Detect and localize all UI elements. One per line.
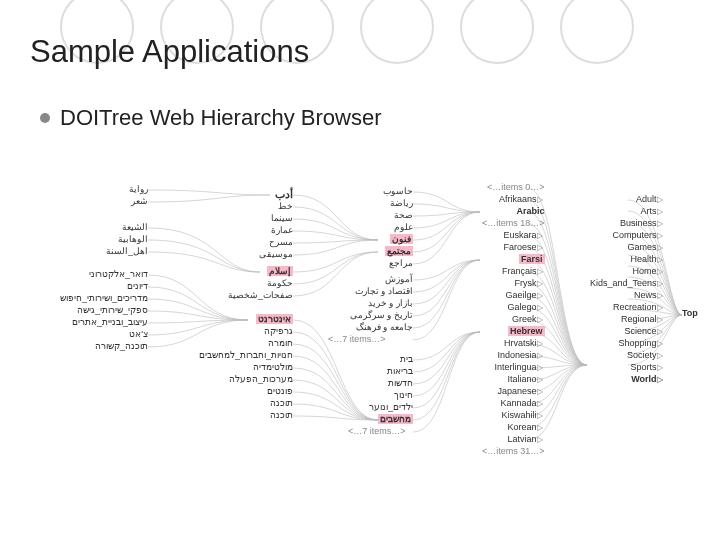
tree-node[interactable]: موسيقى bbox=[253, 249, 293, 260]
tree-node[interactable]: رياضة bbox=[358, 198, 413, 209]
tree-node[interactable]: اقتصاد و تجارت bbox=[328, 286, 413, 297]
decor-circle bbox=[560, 0, 634, 64]
tree-node[interactable]: رواية bbox=[108, 184, 148, 195]
tree-node[interactable]: ▷Sports bbox=[590, 362, 665, 373]
tree-node[interactable]: ילדים_ונוער bbox=[348, 402, 413, 413]
node-world[interactable]: ▷World bbox=[590, 374, 665, 385]
tree-node[interactable]: ▷Latvian bbox=[482, 434, 545, 445]
tree-node[interactable]: حكومة bbox=[223, 278, 293, 289]
page-title: Sample Applications bbox=[30, 34, 309, 70]
node-islam[interactable]: إسلام bbox=[267, 266, 293, 276]
tree-node[interactable]: ▷News bbox=[590, 290, 665, 301]
tree-node[interactable]: عمارة bbox=[253, 225, 293, 236]
tree-node[interactable]: ▷Society bbox=[590, 350, 665, 361]
tree-node[interactable]: בית bbox=[348, 354, 413, 365]
node-computers[interactable]: מחשבים bbox=[378, 414, 413, 424]
tree-node[interactable]: ▷Games bbox=[590, 242, 665, 253]
tree-node[interactable]: ▷Galego bbox=[482, 302, 545, 313]
node-society[interactable]: مجتمع bbox=[385, 246, 413, 256]
tree-node[interactable]: تاریخ و سرگرمی bbox=[328, 310, 413, 321]
tree-node[interactable]: صحة bbox=[358, 210, 413, 221]
tree-node[interactable]: ▷Shopping bbox=[590, 338, 665, 349]
node-root[interactable]: Top bbox=[682, 308, 698, 319]
tree-node[interactable]: علوم bbox=[358, 222, 413, 233]
more-items[interactable]: <…31 items…> bbox=[482, 446, 545, 457]
tree-node[interactable]: ▷Japanese bbox=[482, 386, 545, 397]
col-internet: דואר_אלקטרוני דיונים מדריכים_ושירותי_חיפ… bbox=[28, 269, 148, 352]
tree-node[interactable]: ▷Arts bbox=[590, 206, 665, 217]
tree-node[interactable]: ספקי_שירותי_גישה bbox=[28, 305, 148, 316]
tree-node[interactable]: ▷Euskara bbox=[482, 230, 545, 241]
tree-node[interactable]: اهل_السنة bbox=[96, 246, 148, 257]
tree-node[interactable]: ▷Business bbox=[590, 218, 665, 229]
tree-node[interactable]: גרפיקה bbox=[158, 326, 293, 337]
node-literature[interactable]: أدب bbox=[253, 189, 293, 200]
doitree-diagram: Top ▷Adult ▷Arts ▷Business ▷Computers ▷G… bbox=[28, 180, 708, 510]
tree-node[interactable]: ▷Home bbox=[590, 266, 665, 277]
tree-node[interactable]: ▷Adult bbox=[590, 194, 665, 205]
tree-node[interactable]: דואר_אלקטרוני bbox=[28, 269, 148, 280]
tree-node[interactable]: بازار و خرید bbox=[328, 298, 413, 309]
tree-node[interactable]: جامعه و فرهنگ bbox=[328, 322, 413, 333]
tree-node[interactable]: ▷Regional bbox=[590, 314, 665, 325]
more-items[interactable]: <…7 items…> bbox=[328, 334, 413, 345]
tree-node[interactable]: מולטימדיה bbox=[158, 362, 293, 373]
tree-node[interactable]: ▷Afrikaans bbox=[482, 194, 545, 205]
tree-node[interactable]: سينما bbox=[253, 213, 293, 224]
tree-node[interactable]: תוכנה_קשורה bbox=[28, 341, 148, 352]
tree-node[interactable]: مسرح bbox=[253, 237, 293, 248]
tree-node[interactable]: آموزش bbox=[328, 274, 413, 285]
more-items[interactable]: <…7 items…> bbox=[348, 426, 413, 437]
bullet-icon bbox=[40, 113, 50, 123]
tree-node[interactable]: תוכנה bbox=[158, 410, 293, 421]
tree-node[interactable]: حاسوب bbox=[358, 186, 413, 197]
tree-node[interactable]: צ'אט bbox=[28, 329, 148, 340]
tree-node[interactable]: חדשות bbox=[348, 378, 413, 389]
tree-node[interactable]: דיונים bbox=[28, 281, 148, 292]
more-items[interactable]: <…18 items…> bbox=[482, 218, 545, 229]
tree-node[interactable]: חנויות_וחברות_למחשבים bbox=[158, 350, 293, 361]
tree-node[interactable]: ▷Science bbox=[590, 326, 665, 337]
tree-node[interactable]: ▷Faroese bbox=[482, 242, 545, 253]
node-internet[interactable]: אינטרנט bbox=[256, 314, 293, 324]
tree-node[interactable]: ▷Kannada bbox=[482, 398, 545, 409]
tree-node[interactable]: עיצוב_ובניית_אתרים bbox=[28, 317, 148, 328]
tree-node[interactable]: مراجع bbox=[358, 258, 413, 269]
tree-node[interactable]: פונטים bbox=[158, 386, 293, 397]
tree-node[interactable]: ▷Kiswahili bbox=[482, 410, 545, 421]
col-arabic-society: إسلام حكومة صفحات_شخصية bbox=[223, 266, 293, 301]
tree-node[interactable]: ▷Frysk bbox=[482, 278, 545, 289]
col-arabic-lit: رواية شعر bbox=[108, 184, 148, 207]
tree-node[interactable]: ▷Indonesia bbox=[482, 350, 545, 361]
node-arabic[interactable]: Arabic bbox=[482, 206, 545, 217]
tree-node[interactable]: ▷Health bbox=[590, 254, 665, 265]
tree-node[interactable]: חומרה bbox=[158, 338, 293, 349]
tree-node[interactable]: ▷Greek bbox=[482, 314, 545, 325]
col-topics: ▷Adult ▷Arts ▷Business ▷Computers ▷Games… bbox=[590, 194, 665, 385]
tree-node[interactable]: ▷Français bbox=[482, 266, 545, 277]
tree-node[interactable]: תוכנה bbox=[158, 398, 293, 409]
col-arabic-children: حاسوب رياضة صحة علوم فنون مجتمع مراجع bbox=[358, 186, 413, 269]
tree-node[interactable]: الوهابية bbox=[96, 234, 148, 245]
col-arabic-arts: أدب خط سينما عمارة مسرح موسيقى bbox=[253, 189, 293, 260]
tree-node[interactable]: ▷Italiano bbox=[482, 374, 545, 385]
tree-node[interactable]: ▷Korean bbox=[482, 422, 545, 433]
tree-node[interactable]: מערכות_הפעלה bbox=[158, 374, 293, 385]
tree-node[interactable]: شعر bbox=[108, 196, 148, 207]
more-items[interactable]: <…0 items…> bbox=[482, 182, 545, 193]
tree-node[interactable]: ▷Kids_and_Teens bbox=[590, 278, 665, 289]
tree-node[interactable]: בריאות bbox=[348, 366, 413, 377]
tree-node[interactable]: ▷Gaeilge bbox=[482, 290, 545, 301]
node-farsi[interactable]: Farsi bbox=[519, 254, 545, 264]
node-hebrew[interactable]: Hebrew bbox=[508, 326, 545, 336]
tree-node[interactable]: ▷Computers bbox=[590, 230, 665, 241]
tree-node[interactable]: صفحات_شخصية bbox=[223, 290, 293, 301]
node-arts[interactable]: فنون bbox=[390, 234, 413, 244]
tree-node[interactable]: ▷Recreation bbox=[590, 302, 665, 313]
tree-node[interactable]: الشيعة bbox=[96, 222, 148, 233]
tree-node[interactable]: מדריכים_ושירותי_חיפוש bbox=[28, 293, 148, 304]
tree-node[interactable]: ▷Hrvatski bbox=[482, 338, 545, 349]
tree-node[interactable]: ▷Interlingua bbox=[482, 362, 545, 373]
tree-node[interactable]: חינוך bbox=[348, 390, 413, 401]
tree-node[interactable]: خط bbox=[253, 201, 293, 212]
